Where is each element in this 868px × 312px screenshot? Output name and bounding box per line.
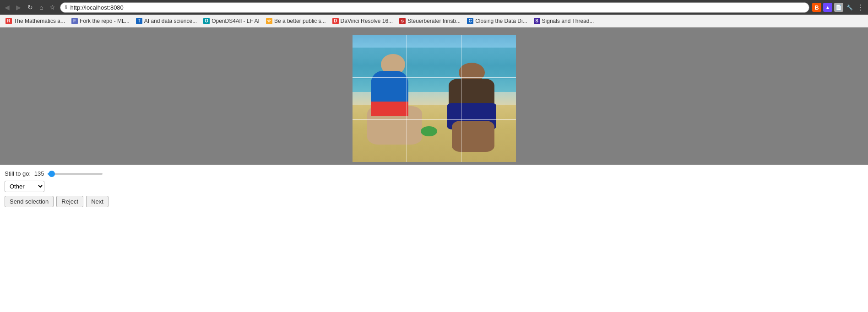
home-button[interactable]: ⌂	[38, 3, 45, 11]
security-icon: ℹ	[65, 4, 67, 11]
next-button[interactable]: Next	[86, 196, 108, 207]
buttons-row: Send selection Reject Next	[5, 196, 863, 207]
extension-settings-icon[interactable]: 🔧	[845, 3, 854, 12]
bookmark-favicon: ☆	[266, 18, 272, 24]
url-text: http://localhost:8080	[70, 4, 804, 11]
image-container[interactable]	[353, 35, 516, 162]
progress-label: Still to go: 135	[5, 170, 44, 177]
bookmark-item[interactable]: ☆ Be a better public s...	[263, 17, 329, 25]
bookmark-item[interactable]: R The Mathematics a...	[3, 17, 68, 25]
brave-wallet-icon[interactable]: ▲	[823, 3, 832, 12]
bookmark-item[interactable]: O OpenDS4All - LF AI	[201, 17, 262, 25]
bookmark-favicon: C	[467, 18, 473, 24]
beach-image	[353, 35, 516, 162]
controls-area: Still to go: 135 Other People Nature Obj…	[0, 165, 868, 213]
bookmark-item[interactable]: S Signals and Thread...	[531, 17, 597, 25]
bookmark-item[interactable]: F Fork the repo - ML...	[69, 17, 132, 25]
bookmark-label: The Mathematics a...	[14, 18, 65, 24]
bookmark-favicon: S	[534, 18, 540, 24]
category-select[interactable]: Other People Nature Objects Animals Food…	[5, 181, 44, 192]
bookmark-item[interactable]: T AI and data science...	[133, 17, 200, 25]
reject-button[interactable]: Reject	[56, 196, 83, 207]
bookmark-label: DaVinci Resolve 16...	[341, 18, 393, 24]
forward-button[interactable]: ▶	[14, 3, 23, 11]
browser-extensions: B ▲ 📄 🔧 ⋮	[812, 3, 865, 12]
girl-figure	[360, 54, 429, 150]
dropdown-row: Other People Nature Objects Animals Food…	[5, 181, 863, 192]
send-selection-button[interactable]: Send selection	[5, 196, 54, 207]
bookmark-favicon: R	[5, 18, 12, 24]
bookmark-favicon: O	[203, 18, 210, 24]
bookmark-label: Fork the repo - ML...	[80, 18, 130, 24]
bookmark-favicon: D	[332, 18, 339, 24]
bookmark-item[interactable]: D DaVinci Resolve 16...	[330, 17, 396, 25]
bookmarks-bar: R The Mathematics a... F Fork the repo -…	[0, 15, 868, 27]
brave-shield-icon[interactable]: B	[812, 3, 821, 12]
bookmark-item[interactable]: S Steuerberater Innsb...	[396, 17, 463, 25]
back-button[interactable]: ◀	[3, 3, 11, 11]
address-bar[interactable]: ℹ http://localhost:8080	[60, 2, 809, 13]
reload-button[interactable]: ↻	[26, 3, 35, 11]
bookmark-favicon: F	[71, 18, 78, 24]
bookmark-label: Signals and Thread...	[542, 18, 594, 24]
bookmark-label: Closing the Data Di...	[475, 18, 527, 24]
main-content-area	[0, 27, 868, 165]
bookmark-label: Steuerberater Innsb...	[407, 18, 461, 24]
browser-chrome: ◀ ▶ ↻ ⌂ ☆ ℹ http://localhost:8080 B ▲ 📄 …	[0, 0, 868, 15]
bookmark-label: OpenDS4All - LF AI	[212, 18, 260, 24]
bookmark-label: AI and data science...	[144, 18, 197, 24]
bookmark-favicon: T	[136, 18, 142, 24]
boy-figure	[442, 63, 508, 152]
bookmark-label: Be a better public s...	[274, 18, 326, 24]
progress-slider[interactable]	[48, 173, 103, 175]
progress-value: 135	[34, 170, 44, 177]
extensions-menu-button[interactable]: ⋮	[856, 3, 865, 12]
bookmark-item[interactable]: C Closing the Data Di...	[464, 17, 530, 25]
bookmark-favicon: S	[399, 18, 406, 24]
extension-page-icon[interactable]: 📄	[834, 3, 843, 12]
bookmark-toggle-button[interactable]: ☆	[48, 3, 57, 11]
progress-row: Still to go: 135	[5, 170, 863, 177]
